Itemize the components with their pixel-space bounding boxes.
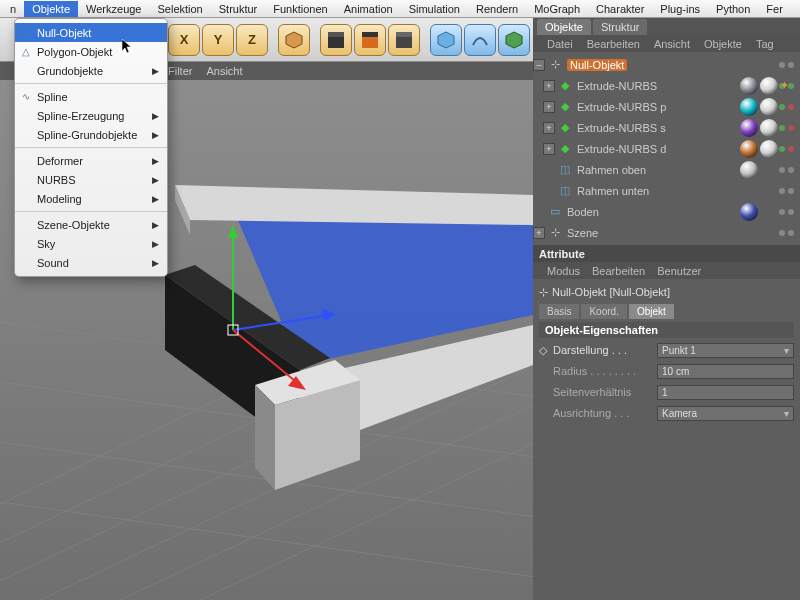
- svg-marker-22: [175, 185, 533, 225]
- prop-input[interactable]: 1: [657, 385, 794, 400]
- menu-item[interactable]: n: [2, 1, 24, 17]
- menu-spline[interactable]: ∿Spline: [15, 87, 167, 106]
- menu-objekte[interactable]: Objekte: [24, 1, 78, 17]
- expand-toggle[interactable]: +: [543, 80, 555, 92]
- menu-spline-grundobjekte[interactable]: Spline-Grundobjekte▶: [15, 125, 167, 144]
- expand-toggle[interactable]: +: [533, 227, 545, 239]
- prop-label: Seitenverhältnis: [553, 386, 653, 398]
- menu-label: Szene-Objekte: [37, 219, 110, 231]
- prop-ausrichtung: Ausrichtung . . .Kamera: [539, 404, 794, 422]
- render-settings-button[interactable]: [388, 24, 420, 56]
- material-tag[interactable]: [740, 77, 758, 95]
- submenu-arrow-icon: ▶: [152, 220, 159, 230]
- render-button[interactable]: [320, 24, 352, 56]
- tab-struktur[interactable]: Struktur: [593, 19, 648, 35]
- object-name[interactable]: Boden: [567, 206, 599, 218]
- menu-null-objekt[interactable]: ⊹Null-Objekt: [15, 23, 167, 42]
- attr-menu-bearbeiten[interactable]: Bearbeiten: [592, 265, 645, 277]
- object-name[interactable]: Extrude-NURBS: [577, 80, 657, 92]
- object-name[interactable]: Extrude-NURBS p: [577, 101, 666, 113]
- menu-grundobjekte[interactable]: Grundobjekte▶: [15, 61, 167, 80]
- view-menu-item[interactable]: Filter: [168, 65, 192, 77]
- polygon-icon: △: [19, 45, 33, 59]
- object-row[interactable]: +⊹Szene: [533, 222, 800, 243]
- menu-rendern[interactable]: Rendern: [468, 1, 526, 17]
- menu-label: Deformer: [37, 155, 83, 167]
- material-tag[interactable]: [760, 98, 778, 116]
- menu-werkzeuge[interactable]: Werkzeuge: [78, 1, 149, 17]
- prop-input[interactable]: 10 cm: [657, 364, 794, 379]
- tab-koord[interactable]: Koord.: [581, 304, 626, 319]
- axis-x-button[interactable]: X: [168, 24, 200, 56]
- om-menu-objekte[interactable]: Objekte: [704, 38, 742, 50]
- attr-menu-benutzer[interactable]: Benutzer: [657, 265, 701, 277]
- menu-mograph[interactable]: MoGraph: [526, 1, 588, 17]
- expand-toggle[interactable]: +: [543, 101, 555, 113]
- menu-nurbs[interactable]: NURBS▶: [15, 170, 167, 189]
- om-menu-datei[interactable]: Datei: [547, 38, 573, 50]
- menu-label: Grundobjekte: [37, 65, 103, 77]
- attribute-object-title: ⊹Null-Objekt [Null-Objekt]: [539, 283, 794, 301]
- prop-dropdown[interactable]: Punkt 1: [657, 343, 794, 358]
- render-region-button[interactable]: [354, 24, 386, 56]
- menu-deformer[interactable]: Deformer▶: [15, 151, 167, 170]
- checkbox-icon[interactable]: ◇: [539, 344, 549, 357]
- expand-toggle[interactable]: +: [543, 143, 555, 155]
- menu-polygon-objekt[interactable]: △Polygon-Objekt: [15, 42, 167, 61]
- primitive-button[interactable]: [430, 24, 462, 56]
- object-manager-list[interactable]: –⊹Null-Objekt +◆Extrude-NURBS +◆Extrude-…: [533, 52, 800, 245]
- menu-label: Sound: [37, 257, 69, 269]
- axis-y-button[interactable]: Y: [202, 24, 234, 56]
- object-name[interactable]: Extrude-NURBS s: [577, 122, 666, 134]
- tab-objekte[interactable]: Objekte: [537, 19, 591, 35]
- material-tag[interactable]: [740, 119, 758, 137]
- material-tag[interactable]: [740, 161, 758, 179]
- cursor-icon: [122, 39, 134, 55]
- om-menu-tags[interactable]: Tag: [756, 38, 774, 50]
- om-menu-bearbeiten[interactable]: Bearbeiten: [587, 38, 640, 50]
- material-tag[interactable]: [760, 77, 778, 95]
- menu-sky[interactable]: Sky▶: [15, 234, 167, 253]
- clapper-icon: [361, 31, 379, 49]
- object-name[interactable]: Null-Objekt: [567, 59, 627, 71]
- object-name[interactable]: Szene: [567, 227, 598, 239]
- menu-selektion[interactable]: Selektion: [149, 1, 210, 17]
- object-name[interactable]: Rahmen unten: [577, 185, 649, 197]
- menu-plugins[interactable]: Plug-ins: [652, 1, 708, 17]
- cube-tool-button[interactable]: [278, 24, 310, 56]
- submenu-arrow-icon: ▶: [152, 175, 159, 185]
- object-name[interactable]: Extrude-NURBS d: [577, 143, 666, 155]
- tag-icon[interactable]: ✦: [780, 79, 789, 92]
- object-name[interactable]: Rahmen oben: [577, 164, 646, 176]
- menu-szene-objekte[interactable]: Szene-Objekte▶: [15, 215, 167, 234]
- menu-simulation[interactable]: Simulation: [401, 1, 468, 17]
- menu-charakter[interactable]: Charakter: [588, 1, 652, 17]
- tab-basis[interactable]: Basis: [539, 304, 579, 319]
- null-icon: ⊹: [547, 57, 563, 73]
- nurbs-button[interactable]: [498, 24, 530, 56]
- axis-z-button[interactable]: Z: [236, 24, 268, 56]
- om-menu-ansicht[interactable]: Ansicht: [654, 38, 690, 50]
- expand-toggle[interactable]: –: [533, 59, 545, 71]
- view-menu-item[interactable]: Ansicht: [206, 65, 242, 77]
- tab-objekt[interactable]: Objekt: [629, 304, 674, 319]
- null-icon: ⊹: [19, 26, 33, 40]
- menu-struktur[interactable]: Struktur: [211, 1, 266, 17]
- material-tag[interactable]: [760, 140, 778, 158]
- menu-sound[interactable]: Sound▶: [15, 253, 167, 272]
- material-tag[interactable]: [740, 203, 758, 221]
- material-tag[interactable]: [740, 98, 758, 116]
- prop-dropdown[interactable]: Kamera: [657, 406, 794, 421]
- material-tag[interactable]: [740, 140, 758, 158]
- menu-item[interactable]: Fer: [758, 1, 791, 17]
- menu-modeling[interactable]: Modeling▶: [15, 189, 167, 208]
- attr-menu-modus[interactable]: Modus: [547, 265, 580, 277]
- menu-python[interactable]: Python: [708, 1, 758, 17]
- spline-button[interactable]: [464, 24, 496, 56]
- menu-funktionen[interactable]: Funktionen: [265, 1, 335, 17]
- material-tag[interactable]: [760, 119, 778, 137]
- attribute-panel-header[interactable]: Attribute: [533, 245, 800, 262]
- expand-toggle[interactable]: +: [543, 122, 555, 134]
- menu-animation[interactable]: Animation: [336, 1, 401, 17]
- menu-spline-erzeugung[interactable]: Spline-Erzeugung▶: [15, 106, 167, 125]
